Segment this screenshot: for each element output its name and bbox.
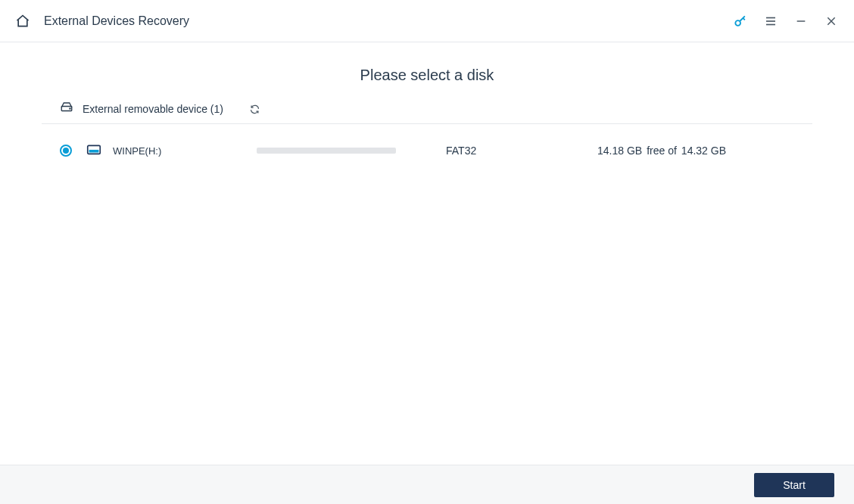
start-button[interactable]: Start xyxy=(754,473,834,497)
device-category-label: External removable device (1) xyxy=(83,103,223,115)
device-category-row: External removable device (1) xyxy=(42,101,812,124)
disk-total: 14.32 GB xyxy=(681,145,726,157)
disk-filesystem: FAT32 xyxy=(446,145,506,157)
footer: Start xyxy=(0,465,854,504)
menu-icon[interactable] xyxy=(763,14,778,29)
svg-rect-10 xyxy=(89,150,99,153)
titlebar-right xyxy=(733,14,839,29)
drive-category-icon xyxy=(60,101,73,117)
titlebar-left: External Devices Recovery xyxy=(15,14,189,29)
prompt-heading: Please select a disk xyxy=(42,67,812,84)
usage-bar xyxy=(257,148,396,154)
disk-name: WINPE(H:) xyxy=(113,145,249,157)
close-icon[interactable] xyxy=(824,14,839,29)
radio-dot xyxy=(63,148,69,154)
refresh-icon[interactable] xyxy=(249,104,260,115)
minimize-icon[interactable] xyxy=(793,14,809,29)
main-content: Please select a disk External removable … xyxy=(0,42,854,177)
disk-icon xyxy=(86,141,102,160)
svg-point-0 xyxy=(735,20,740,26)
disk-free-label: free of xyxy=(647,145,677,157)
disk-free: 14.18 GB xyxy=(597,145,642,157)
disk-size-info: 14.18 GB free of 14.32 GB xyxy=(597,145,794,157)
svg-point-8 xyxy=(70,108,70,109)
page-title: External Devices Recovery xyxy=(44,14,189,28)
key-icon[interactable] xyxy=(733,14,748,29)
disk-row[interactable]: WINPE(H:) FAT32 14.18 GB free of 14.32 G… xyxy=(42,124,812,177)
disk-radio[interactable] xyxy=(60,145,72,157)
home-icon[interactable] xyxy=(15,14,30,29)
titlebar: External Devices Recovery xyxy=(0,0,854,42)
